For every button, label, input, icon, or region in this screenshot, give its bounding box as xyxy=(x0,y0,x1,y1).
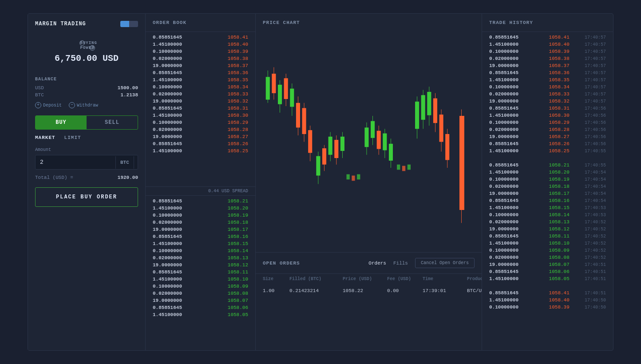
svg-rect-10 xyxy=(290,89,294,107)
orders-table-header: SizeFilled (BTC)Price (USD)Fee (USD)Time… xyxy=(256,274,482,285)
trade-history-row: 1.45100000 1058.15 17:40:53 xyxy=(482,204,613,211)
order-book-bid-row: 1.451000001058.05 xyxy=(146,311,255,318)
trade-history-row: 1.45100000 1058.30 17:40:56 xyxy=(482,112,613,119)
sell-button[interactable]: SELL xyxy=(87,116,138,129)
trade-history-row: 0.10000000 1058.29 17:40:56 xyxy=(482,119,613,126)
trade-history-row: 0.85851645 1058.26 17:40:56 xyxy=(482,140,613,147)
svg-rect-35 xyxy=(377,131,381,149)
btc-currency: BTC xyxy=(35,92,44,98)
trade-history-row: 0.10000000 1058.14 17:40:53 xyxy=(482,211,613,218)
order-book-ask-row: 0.020000001058.28 xyxy=(146,126,255,133)
trade-history-row: 1.45100000 1058.40 17:40:50 xyxy=(482,297,613,304)
total-value: 1920.00 xyxy=(118,175,138,180)
order-book-bid-row: 19.00000001058.17 xyxy=(146,226,255,233)
market-tab[interactable]: MARKET xyxy=(35,135,55,140)
candlestick-chart xyxy=(256,32,482,252)
order-book-ask-row: 0.020000001058.33 xyxy=(146,91,255,98)
order-book-bid-row: 19.00000001058.12 xyxy=(146,261,255,269)
trade-history-row: 0.10000000 1058.39 17:40:50 xyxy=(482,304,613,311)
withdraw-icon: − xyxy=(69,102,75,108)
trade-history-row: 0.85851645 1058.21 17:40:55 xyxy=(482,162,613,169)
trade-history-row: 1.45100000 1058.10 17:40:52 xyxy=(482,240,613,247)
orders-table-row: 1.00 0.21423214 1058.22 0.00 17:39:01 BT… xyxy=(256,285,482,297)
orders-tabs: Orders Fills Cancel Open Orders xyxy=(368,258,475,268)
svg-rect-28 xyxy=(352,176,355,181)
order-book-bid-row: 0.100000001058.09 xyxy=(146,283,255,290)
trade-history-row: 0.85851645 1058.36 17:40:57 xyxy=(482,69,613,76)
toggle-switch[interactable] xyxy=(120,21,138,27)
place-buy-order-button[interactable]: PLACE BUY ORDER xyxy=(35,187,138,207)
order-book-bid-row: 1.451000001058.10 xyxy=(146,276,255,283)
orders-tab-orders[interactable]: Orders xyxy=(368,261,386,266)
svg-rect-39 xyxy=(389,144,393,161)
order-book-ask-row: 1.451000001058.40 xyxy=(146,41,255,48)
order-book-bid-row: 0.020000001058.08 xyxy=(146,290,255,297)
order-book-bid-row: 0.100000001058.14 xyxy=(146,247,255,254)
order-book-ask-row: 0.100000001058.29 xyxy=(146,119,255,126)
trade-history-header: TRADE HISTORY xyxy=(482,14,613,32)
svg-rect-37 xyxy=(383,133,387,150)
toggle-btn-right[interactable] xyxy=(129,21,138,27)
trade-history-row: 0.02000000 1058.08 17:40:52 xyxy=(482,254,613,261)
panel-title: MARGIN TRADING xyxy=(35,21,86,27)
order-book-bid-row: 0.858516451058.11 xyxy=(146,269,255,276)
trade-separator xyxy=(482,154,613,158)
order-book-ask-row: 19.00000001058.37 xyxy=(146,62,255,69)
trade-history-row: 0.02000000 1058.33 17:40:57 xyxy=(482,91,613,98)
open-orders-title: OPEN ORDERS xyxy=(263,261,300,266)
market-limit-group: MARKET LIMIT xyxy=(35,135,138,140)
deposit-icon: + xyxy=(35,102,41,108)
chart-header: PRICE CHART xyxy=(256,14,482,32)
trade-separator xyxy=(482,286,613,289)
amount-label: Amount xyxy=(35,147,138,152)
svg-rect-14 xyxy=(302,108,306,134)
trade-history-row: 0.85851645 1058.41 17:40:51 xyxy=(482,289,613,297)
trade-history-content: 0.85851645 1058.41 17:40:57 1.45100000 1… xyxy=(482,32,613,350)
table-column-header: Price (USD) xyxy=(343,277,387,281)
spread-row: 0.44 USD SPREAD xyxy=(146,186,255,196)
cancel-orders-button[interactable]: Cancel Open Orders xyxy=(415,258,475,268)
trade-separator xyxy=(482,282,613,286)
svg-rect-54 xyxy=(445,134,449,160)
buying-power-label: BUYING POWER ⓘ xyxy=(35,40,138,51)
orders-tab-fills[interactable]: Fills xyxy=(393,261,408,266)
deposit-button[interactable]: + Deposit xyxy=(35,102,62,108)
trade-separator xyxy=(482,158,613,162)
amount-input[interactable] xyxy=(36,155,115,169)
order-book-bid-row: 0.858516451058.21 xyxy=(146,198,255,205)
order-book-bid-row: 0.020000001058.13 xyxy=(146,254,255,261)
svg-rect-29 xyxy=(357,174,360,180)
trade-history-row: 19.0000000 1058.07 17:40:51 xyxy=(482,261,613,268)
trade-history-row: 1.45100000 1058.40 17:40:57 xyxy=(482,41,613,48)
trade-history-row: 19.0000000 1058.27 17:40:56 xyxy=(482,133,613,140)
svg-rect-42 xyxy=(408,165,411,170)
withdraw-button[interactable]: − Withdraw xyxy=(69,102,98,108)
limit-tab[interactable]: LIMIT xyxy=(64,135,81,140)
order-book-bid-row: 0.100000001058.19 xyxy=(146,212,255,219)
left-panel: MARGIN TRADING BUYING POWER ⓘ 6,750.00 U… xyxy=(28,14,146,350)
trade-history-row: 1.45100000 1058.25 17:40:55 xyxy=(482,147,613,154)
table-column-header: Time xyxy=(423,277,467,281)
trade-history-row: 0.10000000 1058.09 17:40:52 xyxy=(482,247,613,254)
balance-label: BALANCE xyxy=(35,77,138,82)
trade-history-row: 0.02000000 1058.38 17:40:57 xyxy=(482,55,613,62)
usd-currency: USD xyxy=(35,85,44,91)
amount-usd-label: USD xyxy=(134,156,138,169)
order-book-ask-row: 0.858516451058.36 xyxy=(146,69,255,76)
toggle-btn-left[interactable] xyxy=(120,21,129,27)
svg-rect-6 xyxy=(278,85,282,104)
buying-power-section: BUYING POWER ⓘ 6,750.00 USD xyxy=(35,36,138,68)
deposit-withdraw: + Deposit − Withdraw xyxy=(35,102,138,108)
svg-rect-16 xyxy=(308,130,312,153)
svg-rect-56 xyxy=(459,116,464,210)
order-book-ask-row: 1.451000001058.35 xyxy=(146,76,255,83)
buy-button[interactable]: BUY xyxy=(36,116,87,129)
trade-history-row: 0.85851645 1058.31 17:40:56 xyxy=(482,105,613,112)
svg-rect-26 xyxy=(340,137,344,151)
trade-history-row: 0.85851645 1058.16 17:40:54 xyxy=(482,197,613,204)
trade-history-panel: TRADE HISTORY 0.85851645 1058.41 17:40:5… xyxy=(482,14,613,350)
trade-history-row: 0.10000000 1058.34 17:40:57 xyxy=(482,83,613,91)
svg-rect-48 xyxy=(427,92,431,115)
order-book-ask-row: 0.858516451058.31 xyxy=(146,105,255,112)
order-book-panel: ORDER BOOK 0.858516451058.411.4510000010… xyxy=(146,14,256,350)
